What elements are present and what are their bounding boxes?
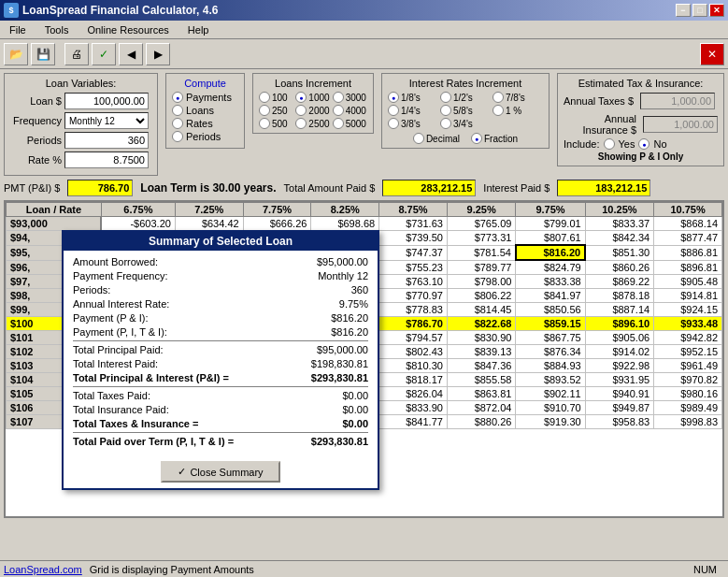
inc-2500[interactable]: 2500 — [295, 118, 330, 129]
grid-cell[interactable]: $961.49 — [654, 359, 722, 373]
grid-cell[interactable]: $814.45 — [447, 303, 516, 317]
int-inc-1pct[interactable]: 1 % — [492, 105, 543, 116]
grid-cell[interactable]: $816.20 — [516, 245, 585, 260]
grid-cell[interactable]: $634.42 — [175, 217, 243, 231]
grid-cell[interactable]: $924.15 — [654, 303, 722, 317]
menu-file[interactable]: File — [4, 22, 32, 37]
grid-cell[interactable]: $933.48 — [654, 317, 722, 331]
grid-cell[interactable]: $847.36 — [447, 359, 516, 373]
annual-tax-input[interactable] — [640, 93, 715, 109]
grid-cell[interactable]: $863.81 — [447, 387, 516, 401]
grid-cell[interactable]: $731.63 — [379, 217, 448, 231]
grid-cell[interactable]: $763.10 — [379, 275, 448, 289]
menu-tools[interactable]: Tools — [39, 22, 75, 37]
int-inc-7-8-radio[interactable] — [492, 92, 504, 103]
grid-cell[interactable]: $877.47 — [654, 231, 722, 246]
grid-cell[interactable]: $773.31 — [447, 231, 516, 246]
grid-cell[interactable]: $851.30 — [585, 245, 654, 260]
grid-cell[interactable]: $841.97 — [516, 289, 585, 303]
grid-cell[interactable]: $807.61 — [516, 231, 585, 246]
grid-cell[interactable]: $859.15 — [516, 317, 585, 331]
compute-payments-radio[interactable] — [172, 92, 183, 103]
grid-cell[interactable]: $794.57 — [379, 331, 448, 345]
inc-5000-radio[interactable] — [333, 118, 344, 129]
grid-cell[interactable]: $799.01 — [516, 217, 585, 231]
grid-cell[interactable]: $872.04 — [447, 401, 516, 415]
grid-cell[interactable]: $887.14 — [585, 303, 654, 317]
int-inc-1-4-radio[interactable] — [388, 105, 399, 116]
grid-cell[interactable]: $886.81 — [654, 245, 722, 260]
annual-ins-input[interactable] — [643, 116, 718, 133]
grid-cell[interactable]: $867.75 — [516, 331, 585, 345]
toolbar-btn-4[interactable]: ✓ — [92, 43, 116, 65]
grid-cell[interactable]: $919.30 — [516, 415, 585, 429]
grid-cell[interactable]: $989.49 — [654, 401, 722, 415]
int-inc-1-8-radio[interactable] — [388, 92, 399, 103]
grid-cell[interactable]: $905.06 — [585, 331, 654, 345]
compute-payments-row[interactable]: Payments — [172, 92, 238, 103]
grid-cell[interactable]: $786.70 — [379, 317, 448, 331]
grid-cell[interactable]: $922.98 — [585, 359, 654, 373]
close-summary-button[interactable]: ✓ Close Summary — [161, 461, 279, 483]
inc-5000[interactable]: 5000 — [333, 118, 367, 129]
int-inc-5-8[interactable]: 5/8's — [440, 105, 491, 116]
int-inc-3-4[interactable]: 3/4's — [440, 118, 491, 129]
menu-help[interactable]: Help — [182, 22, 215, 37]
menu-online-resources[interactable]: Online Resources — [81, 22, 174, 37]
rate-input[interactable] — [64, 151, 149, 168]
grid-cell[interactable]: $998.83 — [654, 415, 722, 429]
int-inc-7-8[interactable]: 7/8's — [492, 92, 543, 103]
int-inc-1-8[interactable]: 1/8's — [388, 92, 438, 103]
inc-2500-radio[interactable] — [295, 118, 307, 129]
grid-cell[interactable]: $755.23 — [379, 260, 448, 275]
inc-1000-radio[interactable] — [295, 92, 307, 103]
grid-cell[interactable]: $949.87 — [585, 401, 654, 415]
grid-cell[interactable]: $910.70 — [516, 401, 585, 415]
grid-cell[interactable]: $914.02 — [585, 345, 654, 359]
toolbar-btn-6[interactable]: ▶ — [146, 43, 170, 65]
periods-input[interactable] — [64, 132, 149, 149]
inc-2000-radio[interactable] — [295, 105, 307, 116]
grid-cell[interactable]: $798.00 — [447, 275, 516, 289]
grid-cell[interactable]: $896.10 — [585, 317, 654, 331]
grid-cell[interactable]: $802.43 — [379, 345, 448, 359]
inc-100[interactable]: 100 — [259, 92, 293, 103]
inc-2000[interactable]: 2000 — [295, 105, 330, 116]
toolbar-btn-3[interactable]: 🖨 — [64, 43, 89, 65]
fraction-radio[interactable] — [471, 133, 482, 144]
grid-cell[interactable]: $842.34 — [585, 231, 654, 246]
minimize-button[interactable]: − — [676, 4, 691, 17]
grid-cell[interactable]: $818.17 — [379, 373, 448, 387]
inc-500-radio[interactable] — [259, 118, 270, 129]
inc-4000[interactable]: 4000 — [333, 105, 367, 116]
int-inc-3-8[interactable]: 3/8's — [388, 118, 438, 129]
grid-cell[interactable]: $789.77 — [447, 260, 516, 275]
grid-cell[interactable]: $841.77 — [379, 415, 448, 429]
grid-cell[interactable]: $822.68 — [447, 317, 516, 331]
maximize-button[interactable]: □ — [692, 4, 707, 17]
grid-cell[interactable]: $880.26 — [447, 415, 516, 429]
inc-500[interactable]: 500 — [259, 118, 293, 129]
inc-250[interactable]: 250 — [259, 105, 293, 116]
grid-cell[interactable]: $739.50 — [379, 231, 448, 246]
grid-cell[interactable]: $830.90 — [447, 331, 516, 345]
grid-cell[interactable]: $824.79 — [516, 260, 585, 275]
grid-cell[interactable]: $833.38 — [516, 275, 585, 289]
grid-cell[interactable]: $839.13 — [447, 345, 516, 359]
grid-cell[interactable]: $902.11 — [516, 387, 585, 401]
int-inc-3-4-radio[interactable] — [440, 118, 451, 129]
compute-loans-radio[interactable] — [172, 105, 183, 116]
grid-cell[interactable]: $833.37 — [585, 217, 654, 231]
grid-cell[interactable]: $765.09 — [447, 217, 516, 231]
frequency-select[interactable]: Monthly 12 — [64, 112, 149, 129]
decimal-radio-row[interactable]: Decimal — [413, 133, 460, 144]
int-inc-1-4[interactable]: 1/4's — [388, 105, 438, 116]
window-close-button[interactable]: ✕ — [709, 4, 724, 17]
grid-cell[interactable]: $905.48 — [654, 275, 722, 289]
compute-periods-radio[interactable] — [172, 131, 183, 142]
compute-rates-radio[interactable] — [172, 118, 183, 129]
grid-cell[interactable]: $833.90 — [379, 401, 448, 415]
compute-rates-row[interactable]: Rates — [172, 118, 238, 129]
int-inc-1-2-radio[interactable] — [440, 92, 451, 103]
grid-cell[interactable]: $855.58 — [447, 373, 516, 387]
